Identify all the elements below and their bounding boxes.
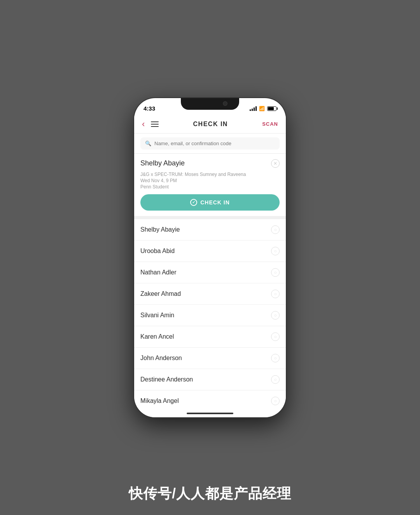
attendee-name: Mikayla Angel — [140, 397, 179, 404]
notch — [181, 98, 239, 110]
list-item[interactable]: John Anderson ○ — [134, 348, 286, 369]
list-item[interactable]: Shelby Abayie ○ — [134, 219, 286, 241]
attendee-list[interactable]: Shelby Abayie ○ Urooba Abid ○ Nathan Adl… — [134, 219, 286, 410]
attendee-name: Nathan Adler — [140, 269, 177, 276]
item-status-circle: ○ — [271, 247, 280, 255]
search-icon: 🔍 — [145, 141, 151, 146]
attendee-name: John Anderson — [140, 355, 182, 362]
list-item[interactable]: Karen Ancel ○ — [134, 326, 286, 348]
scan-button[interactable]: SCAN — [262, 121, 278, 127]
item-status-circle: ○ — [271, 290, 280, 298]
list-item[interactable]: Nathan Adler ○ — [134, 262, 286, 283]
search-bar: 🔍 — [134, 134, 286, 154]
phone-shell: 4:33 📶 ‹ CH — [134, 98, 286, 417]
ticket-type: Penn Student — [140, 184, 280, 190]
search-input-wrap: 🔍 — [140, 137, 280, 149]
close-expanded-button[interactable]: ✕ — [271, 159, 280, 168]
item-status-circle: ○ — [271, 332, 280, 341]
signal-icon — [250, 106, 257, 111]
item-status-circle: ○ — [271, 268, 280, 277]
attendee-name: Urooba Abid — [140, 248, 175, 255]
header-left: ‹ — [142, 120, 159, 128]
app-header: ‹ CHECK IN SCAN — [134, 115, 286, 134]
item-status-circle: ○ — [271, 311, 280, 320]
menu-button[interactable] — [151, 121, 159, 127]
attendee-name: Zakeer Ahmad — [140, 290, 181, 297]
check-in-button[interactable]: ✓ CHECK IN — [140, 194, 280, 211]
back-button[interactable]: ‹ — [142, 120, 145, 128]
battery-icon — [267, 106, 276, 111]
attendee-name: Destinee Anderson — [140, 376, 193, 383]
event-name: J&G x SPEC-TRUM: Moses Sumney and Raveen… — [140, 172, 280, 177]
list-item[interactable]: Destinee Anderson ○ — [134, 369, 286, 390]
list-item[interactable]: Zakeer Ahmad ○ — [134, 283, 286, 305]
item-status-circle: ○ — [271, 354, 280, 362]
status-time: 4:33 — [144, 105, 155, 112]
expanded-attendee-name: Shelby Abayie — [140, 159, 185, 167]
check-in-label: CHECK IN — [200, 199, 230, 206]
home-bar — [187, 413, 233, 414]
search-input[interactable] — [154, 141, 275, 146]
header-title: CHECK IN — [159, 121, 262, 128]
list-item[interactable]: Silvani Amin ○ — [134, 305, 286, 326]
item-status-circle: ○ — [271, 225, 280, 234]
attendee-name: Karen Ancel — [140, 333, 174, 340]
expanded-attendee-card: Shelby Abayie ✕ J&G x SPEC-TRUM: Moses S… — [134, 154, 286, 219]
list-item[interactable]: Mikayla Angel ○ — [134, 390, 286, 410]
home-indicator — [134, 410, 286, 417]
event-details: J&G x SPEC-TRUM: Moses Sumney and Raveen… — [140, 172, 280, 190]
watermark: 快传号/人人都是产品经理 — [129, 484, 291, 503]
attendee-name: Shelby Abayie — [140, 226, 180, 233]
item-status-circle: ○ — [271, 397, 280, 405]
attendee-name: Silvani Amin — [140, 312, 174, 319]
screen: ‹ CHECK IN SCAN 🔍 Shelby Abayie ✕ — [134, 115, 286, 417]
event-date: Wed Nov 4, 9 PM — [140, 178, 280, 183]
camera-dot — [223, 101, 228, 106]
list-item[interactable]: Urooba Abid ○ — [134, 241, 286, 262]
item-status-circle: ○ — [271, 375, 280, 384]
status-icons: 📶 — [250, 106, 276, 111]
wifi-icon: 📶 — [259, 106, 265, 111]
check-circle-icon: ✓ — [190, 199, 197, 206]
